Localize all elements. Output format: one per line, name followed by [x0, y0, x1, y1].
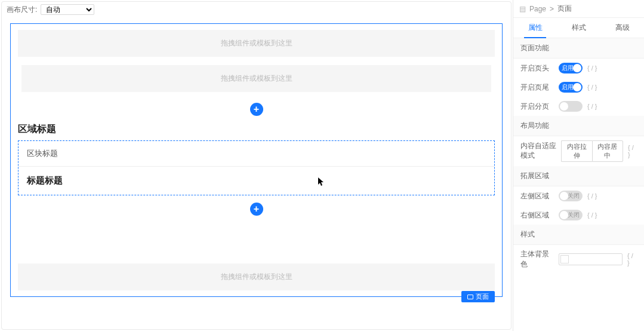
page-icon: [467, 295, 473, 299]
page-tag[interactable]: 页面: [461, 291, 495, 302]
content-dropzone-1[interactable]: 拖拽组件或模板到这里: [21, 65, 491, 92]
toggle-enable-footer[interactable]: 启用: [559, 82, 583, 93]
toggle-left-area[interactable]: 关闭: [559, 191, 583, 201]
breadcrumb-sep: >: [550, 5, 554, 13]
label-enable-paging: 开启分页: [520, 102, 554, 112]
region-block[interactable]: 区块标题 标题标题: [18, 140, 495, 195]
btn-group-adaptive: 内容拉伸 内容居中: [561, 140, 623, 162]
expr-enable-header[interactable]: { / }: [587, 65, 597, 72]
property-panel: ▤ Page > 页面 属性 样式 高级 页面功能 开启页头 启用 { / } …: [513, 0, 644, 331]
page-tag-label: 页面: [476, 292, 489, 301]
btn-center[interactable]: 内容居中: [592, 140, 624, 162]
label-enable-footer: 开启页尾: [520, 82, 554, 93]
add-button-2[interactable]: +: [250, 203, 263, 216]
toggle-enable-header[interactable]: 启用: [559, 63, 583, 73]
label-enable-header: 开启页头: [520, 63, 554, 73]
add-button-1[interactable]: +: [250, 103, 263, 116]
canvas-toolbar: 画布尺寸: 自动: [2, 2, 511, 17]
row-enable-paging: 开启分页 { / }: [513, 97, 644, 116]
expr-body-bg[interactable]: { / }: [627, 252, 637, 266]
block-header: 区块标题: [19, 141, 494, 167]
canvas-area: 画布尺寸: 自动 拖拽组件或模板到这里 拖拽组件或模板到这里 + 区域标题 区块…: [1, 1, 511, 330]
row-enable-footer: 开启页尾 启用 { / }: [513, 78, 644, 97]
section-page-func: 页面功能: [513, 38, 644, 59]
section-style: 样式: [513, 225, 644, 245]
footer-dropzone[interactable]: 拖拽组件或模板到这里: [18, 263, 495, 290]
label-content-adaptive: 内容自适应模式: [520, 142, 556, 160]
tab-advanced[interactable]: 高级: [600, 18, 644, 38]
section-layout-func: 布局功能: [513, 116, 644, 136]
expr-left-area[interactable]: { / }: [587, 192, 597, 200]
expr-enable-footer[interactable]: { / }: [587, 84, 597, 91]
breadcrumb-current[interactable]: 页面: [557, 4, 572, 14]
label-right-area: 右侧区域: [520, 210, 554, 220]
region-title: 区域标题: [18, 123, 495, 136]
expr-content-adaptive[interactable]: { / }: [628, 144, 637, 158]
expr-enable-paging[interactable]: { / }: [587, 103, 597, 110]
row-right-area: 右侧区域 关闭 { / }: [513, 206, 644, 225]
toggle-right-area[interactable]: 关闭: [559, 210, 583, 220]
tab-style[interactable]: 样式: [557, 18, 600, 38]
row-body-bg: 主体背景色 { / }: [513, 245, 644, 274]
tab-props[interactable]: 属性: [513, 18, 557, 38]
block-title: 标题标题: [19, 167, 494, 195]
color-swatch: [560, 255, 569, 263]
color-input-body-bg[interactable]: [559, 253, 623, 265]
tabs: 属性 样式 高级: [513, 18, 644, 38]
canvas-size-label: 画布尺寸:: [7, 5, 37, 15]
label-body-bg: 主体背景色: [520, 249, 554, 269]
page-frame[interactable]: 拖拽组件或模板到这里 拖拽组件或模板到这里 + 区域标题 区块标题 标题标题 +…: [10, 23, 503, 297]
breadcrumb-icon: ▤: [519, 5, 526, 13]
btn-stretch[interactable]: 内容拉伸: [561, 140, 592, 162]
breadcrumb: ▤ Page > 页面: [513, 0, 644, 18]
header-dropzone[interactable]: 拖拽组件或模板到这里: [18, 30, 495, 57]
row-content-adaptive: 内容自适应模式 内容拉伸 内容居中 { / }: [513, 136, 644, 166]
canvas-body[interactable]: 拖拽组件或模板到这里 拖拽组件或模板到这里 + 区域标题 区块标题 标题标题 +…: [2, 17, 511, 329]
region[interactable]: 区域标题 区块标题 标题标题: [18, 123, 495, 195]
row-left-area: 左侧区域 关闭 { / }: [513, 186, 644, 206]
toggle-enable-paging[interactable]: [559, 101, 583, 112]
expr-right-area[interactable]: { / }: [587, 212, 597, 219]
label-left-area: 左侧区域: [520, 191, 554, 201]
breadcrumb-page[interactable]: Page: [529, 5, 546, 13]
canvas-size-select[interactable]: 自动: [41, 4, 94, 15]
row-enable-header: 开启页头 启用 { / }: [513, 59, 644, 78]
section-ext-area: 拓展区域: [513, 166, 644, 186]
